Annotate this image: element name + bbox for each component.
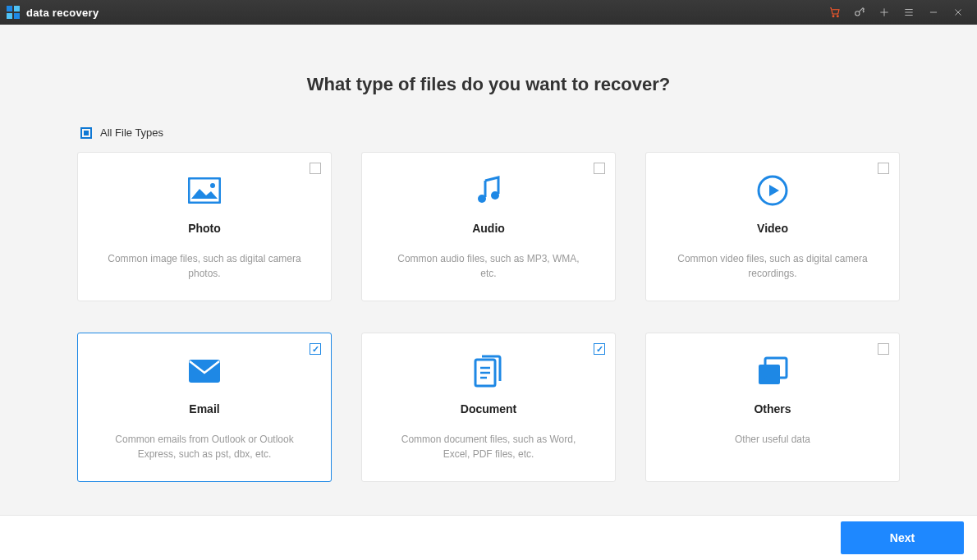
card-checkbox[interactable]	[594, 343, 605, 355]
svg-rect-7	[189, 178, 220, 203]
video-icon	[666, 172, 879, 209]
email-icon	[98, 353, 311, 389]
main-area: What type of files do you want to recove…	[0, 25, 977, 515]
card-title: Video	[666, 222, 879, 235]
card-checkbox[interactable]	[878, 343, 889, 355]
file-type-card-email[interactable]: Email Common emails from Outlook or Outl…	[77, 333, 332, 482]
file-type-grid: Photo Common image files, such as digita…	[77, 152, 900, 482]
card-title: Document	[382, 402, 595, 415]
photo-icon	[98, 172, 311, 209]
card-checkbox[interactable]	[594, 163, 605, 174]
card-title: Email	[98, 402, 311, 415]
cart-icon[interactable]	[823, 0, 847, 25]
close-icon[interactable]	[946, 0, 970, 25]
card-checkbox[interactable]	[310, 343, 321, 355]
all-file-types-checkbox[interactable]: All File Types	[80, 126, 163, 139]
app-title: data recovery	[26, 7, 99, 19]
card-description: Common video files, such as digital came…	[666, 251, 879, 281]
audio-icon	[382, 172, 595, 209]
card-description: Common audio files, such as MP3, WMA, et…	[382, 251, 595, 281]
key-icon[interactable]	[847, 0, 872, 25]
svg-rect-1	[14, 6, 20, 11]
card-title: Others	[666, 402, 879, 415]
card-description: Common emails from Outlook or Outlook Ex…	[98, 432, 311, 461]
svg-rect-3	[14, 13, 20, 19]
app-logo-icon	[7, 6, 20, 19]
card-description: Other useful data	[666, 432, 879, 447]
card-title: Audio	[382, 222, 595, 235]
card-description: Common document files, such as Word, Exc…	[382, 432, 595, 461]
footer-bar: Next	[0, 515, 977, 560]
svg-rect-0	[7, 6, 12, 11]
svg-point-9	[478, 195, 486, 203]
file-type-card-photo[interactable]: Photo Common image files, such as digita…	[77, 152, 332, 301]
svg-point-8	[210, 183, 215, 188]
menu-icon[interactable]	[897, 0, 921, 25]
page-heading: What type of files do you want to recove…	[0, 74, 977, 95]
svg-point-6	[855, 11, 860, 16]
file-type-card-others[interactable]: Others Other useful data	[645, 333, 900, 482]
card-title: Photo	[98, 222, 311, 235]
svg-point-5	[837, 16, 838, 17]
document-icon	[382, 353, 595, 389]
svg-rect-17	[759, 365, 780, 384]
file-type-card-video[interactable]: Video Common video files, such as digita…	[645, 152, 900, 301]
next-button[interactable]: Next	[841, 521, 964, 554]
card-description: Common image files, such as digital came…	[98, 251, 311, 281]
checkbox-indeterminate-icon	[80, 127, 92, 139]
titlebar: data recovery	[0, 0, 977, 25]
others-icon	[666, 353, 879, 389]
svg-point-4	[833, 16, 834, 17]
card-checkbox[interactable]	[878, 163, 889, 174]
file-type-card-audio[interactable]: Audio Common audio files, such as MP3, W…	[361, 152, 616, 301]
plus-icon[interactable]	[872, 0, 897, 25]
file-type-card-document[interactable]: Document Common document files, such as …	[361, 333, 616, 482]
all-file-types-label: All File Types	[100, 126, 163, 139]
minimize-icon[interactable]	[921, 0, 946, 25]
card-checkbox[interactable]	[310, 163, 321, 174]
svg-point-10	[491, 191, 499, 200]
svg-rect-2	[7, 13, 12, 19]
